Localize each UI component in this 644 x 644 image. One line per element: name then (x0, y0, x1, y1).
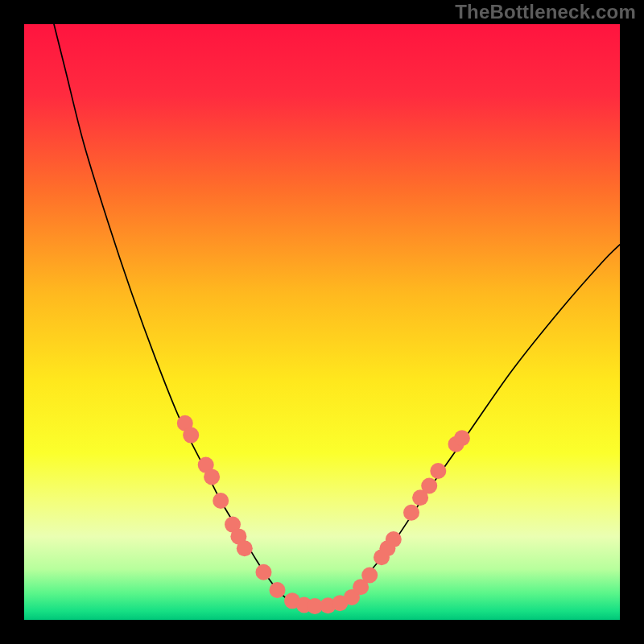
data-point (386, 531, 402, 547)
data-point (183, 427, 199, 444)
plot-background (24, 24, 620, 620)
data-point (270, 582, 286, 598)
data-point (237, 540, 253, 556)
data-point (430, 463, 446, 479)
data-point (204, 469, 220, 485)
chart-container: TheBottleneck.com (0, 0, 644, 644)
data-point (213, 493, 229, 509)
watermark-label: TheBottleneck.com (455, 1, 636, 23)
data-point (255, 564, 271, 580)
data-point (403, 505, 419, 521)
bottleneck-chart (0, 0, 644, 644)
data-point (421, 478, 437, 494)
data-point (361, 568, 378, 584)
data-point (454, 430, 470, 446)
